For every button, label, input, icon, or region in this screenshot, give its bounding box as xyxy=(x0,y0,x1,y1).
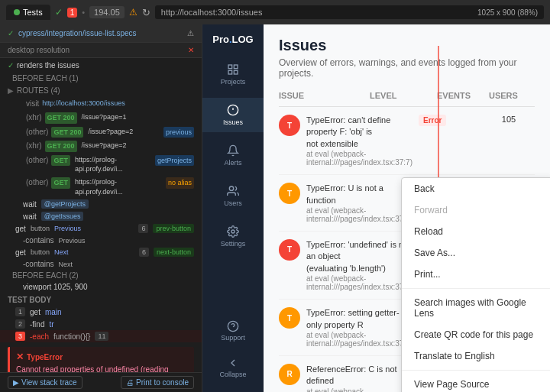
step-each: 3 -each function(){} 11 xyxy=(0,330,202,342)
issues-header: Issues Overview of errors, warnings, and… xyxy=(264,24,550,85)
collapse-button[interactable]: Collapse xyxy=(216,352,249,383)
step-get-button: get button Previous 6 prev-button xyxy=(0,222,202,235)
step-wait-2: wait @getIssues xyxy=(0,210,202,222)
sidebar-item-projects[interactable]: Projects xyxy=(202,57,264,92)
print-to-console-button[interactable]: 🖨 Print to console xyxy=(121,376,194,389)
support-button[interactable]: Support xyxy=(218,316,248,346)
error-section: ✕ TypeError Cannot read properties of un… xyxy=(8,347,194,372)
url-bar[interactable]: http://localhost:3000/issues 1025 x 900 … xyxy=(155,5,544,19)
spec-header: ✓ cypress/integration/issue-list.specs ⚠ xyxy=(0,24,202,43)
cm-view-source[interactable]: View Page Source xyxy=(402,374,550,392)
warning-icon: ⚠ xyxy=(129,7,138,18)
step-other-3: (other) GET https://prolog-api.profy.dev… xyxy=(0,176,202,198)
svg-point-7 xyxy=(229,186,233,190)
issue-content: T TypeError: 'undefined' is not an objec… xyxy=(279,239,412,291)
status-dot-green xyxy=(14,9,20,15)
support-icon xyxy=(227,320,239,332)
top-bar: Tests ✓ 1 • 194.05 ⚠ ↻ http://localhost:… xyxy=(0,0,550,24)
routes-label: ▶ ROUTES (4) xyxy=(0,84,202,97)
issue-content: T TypeError: U is not a function at eval… xyxy=(279,183,412,223)
alert-icon xyxy=(227,104,239,116)
cm-qr-code[interactable]: Create QR code for this page xyxy=(402,324,550,345)
right-panel: Pro.LOG Projects Issues Alerts Users xyxy=(202,24,550,392)
collapse-label: Collapse xyxy=(219,371,246,378)
step-wait-1: wait @getProjects xyxy=(0,198,202,210)
cm-reload[interactable]: Reload xyxy=(402,221,550,242)
sidebar-projects-label: Projects xyxy=(221,78,246,86)
step-contains-2: -contains Next xyxy=(0,258,202,270)
visit-url: http://localhost:3000/issues xyxy=(42,99,125,109)
page-subtitle: Overview of errors, warnings, and events… xyxy=(279,57,535,79)
view-stack-trace-button[interactable]: ▶ View stack trace xyxy=(8,376,82,389)
svg-rect-0 xyxy=(228,65,232,69)
cm-print[interactable]: Print... xyxy=(402,264,550,285)
svg-rect-3 xyxy=(234,70,238,74)
cm-save-as[interactable]: Save As... xyxy=(402,242,550,264)
browser-url-text: http://localhost:3000/issues xyxy=(161,8,263,17)
step-viewport: viewport 1025, 900 xyxy=(0,281,202,293)
before-each-label: BEFORE EACH (1) xyxy=(0,73,202,84)
collapse-icon[interactable]: ⚠ xyxy=(187,29,194,37)
grid-icon xyxy=(227,63,239,76)
error-type: TypeError xyxy=(27,353,63,361)
time-badge: 194.05 xyxy=(89,6,125,18)
issue-content: R ReferenceError: C is not defined at ev… xyxy=(279,364,412,392)
before-each-2: BEFORE EACH (2) xyxy=(0,270,202,281)
sidebar-item-settings[interactable]: Settings xyxy=(202,219,264,254)
bell-icon xyxy=(227,144,239,157)
viewport-label: viewport 1025, 900 xyxy=(15,283,88,291)
sidebar-item-users[interactable]: Users xyxy=(202,179,264,213)
error-message: Cannot read properties of undefined (rea… xyxy=(16,364,188,372)
left-panel: ✓ cypress/integration/issue-list.specs ⚠… xyxy=(0,24,202,392)
suite-label: renders the issues xyxy=(17,61,79,70)
col-level: Level xyxy=(370,91,431,100)
users-icon xyxy=(227,185,239,197)
issue-icon: T xyxy=(279,239,300,261)
step-other-2: (other) GET https://prolog-api.profy.dev… xyxy=(0,154,202,176)
collapse-icon xyxy=(227,357,239,369)
svg-rect-1 xyxy=(234,65,238,69)
issue-icon: R xyxy=(279,364,300,385)
issue-row: T TypeError: can't define property F: 'o… xyxy=(279,107,535,175)
issue-icon: T xyxy=(279,183,300,204)
cm-sep-2 xyxy=(402,370,550,371)
resolution-bar: desktop resolution ✕ xyxy=(0,43,202,58)
cm-search-lens[interactable]: Search images with Google Lens xyxy=(402,292,550,324)
bottom-bar: ▶ View stack trace 🖨 Print to console xyxy=(0,372,202,392)
print-to-console-label: Print to console xyxy=(136,378,189,387)
reload-button[interactable]: ↻ xyxy=(142,7,150,18)
issue-icon: T xyxy=(279,307,300,329)
main-content: ✓ cypress/integration/issue-list.specs ⚠… xyxy=(0,24,550,392)
suite-header: ✓ renders the issues xyxy=(0,58,202,73)
settings-icon xyxy=(227,225,239,238)
cm-sep-1 xyxy=(402,288,550,289)
desktop-warning: ✕ xyxy=(188,46,194,54)
tab-label: Tests xyxy=(23,8,43,17)
cm-translate[interactable]: Translate to English xyxy=(402,345,550,367)
tests-tab[interactable]: Tests xyxy=(6,5,50,20)
cm-back[interactable]: Back xyxy=(402,178,550,199)
sidebar-users-label: Users xyxy=(224,199,242,207)
col-events: Events xyxy=(437,91,483,100)
sidebar-item-alerts[interactable]: Alerts xyxy=(202,138,264,173)
sidebar-item-issues[interactable]: Issues xyxy=(202,98,264,132)
step-get-next: get button Next 6 next-button xyxy=(0,246,202,258)
page-title: Issues xyxy=(279,37,535,54)
spec-path: cypress/integration/issue-list.specs xyxy=(18,29,137,37)
col-issue: Issue xyxy=(279,91,364,100)
sidebar-settings-label: Settings xyxy=(221,240,246,248)
issue-content: T TypeError: setting getter-only propert… xyxy=(279,307,412,348)
col-users: Users xyxy=(489,91,535,100)
step-find-tr: 2 -find tr xyxy=(0,318,202,330)
step-visit: visit http://localhost:3000/issues xyxy=(0,97,202,111)
step-get-main: 1 get main xyxy=(0,306,202,318)
view-stack-trace-label: View stack trace xyxy=(21,378,77,387)
cm-forward[interactable]: Forward xyxy=(402,199,550,221)
routes-count: ROUTES (4) xyxy=(17,86,60,95)
prolog-sidebar: Pro.LOG Projects Issues Alerts Users xyxy=(202,24,264,392)
issue-content: T TypeError: can't define property F: 'o… xyxy=(279,115,412,167)
resolution-badge: 1025 x 900 (88%) xyxy=(477,8,538,17)
test-body-label: TEST BODY xyxy=(0,293,202,306)
sidebar-issues-label: Issues xyxy=(223,118,243,126)
support-label: Support xyxy=(221,334,245,342)
